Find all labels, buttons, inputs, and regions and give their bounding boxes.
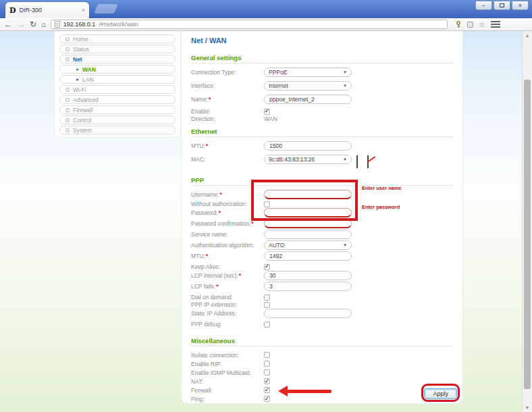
ping-annotation-arrow bbox=[278, 386, 332, 396]
enable-igmp-checkbox[interactable] bbox=[264, 369, 270, 376]
ppp-mtu-input[interactable] bbox=[264, 251, 352, 261]
enter-username-hint: Enter user name bbox=[362, 185, 402, 191]
direction-label: Direction: bbox=[191, 115, 264, 122]
gear-icon bbox=[65, 118, 70, 122]
lcp-interval-input[interactable] bbox=[264, 271, 352, 280]
mtu-label: MTU:* bbox=[191, 143, 264, 149]
window-close-button[interactable]: × bbox=[512, 1, 529, 10]
keep-alive-label: Keep Alive: bbox=[191, 263, 264, 270]
chevron-right-icon: ▸ bbox=[76, 67, 79, 72]
credentials-annotation-rectangle bbox=[251, 180, 358, 221]
scrollbar-thumb[interactable] bbox=[524, 80, 531, 389]
lcp-interval-label: LCP interval (sec):* bbox=[191, 272, 264, 279]
restore-mac-icon[interactable] bbox=[367, 156, 375, 163]
gear-icon bbox=[65, 108, 70, 112]
static-ip-label: Static IP Address: bbox=[191, 310, 264, 317]
ethernet-mtu-input[interactable] bbox=[264, 141, 352, 151]
browser-titlebar: D DIR-300 × − × bbox=[0, 0, 532, 18]
extension-icon[interactable] bbox=[467, 22, 473, 28]
lcp-fails-label: LCP fails:* bbox=[191, 283, 264, 290]
static-ip-input[interactable] bbox=[264, 309, 352, 318]
enable-rip-label: Enable RIP: bbox=[191, 361, 264, 367]
window-restore-button[interactable] bbox=[494, 1, 510, 10]
enable-rip-checkbox[interactable] bbox=[264, 361, 270, 367]
apply-annotation-oval: Apply bbox=[421, 384, 460, 402]
address-bar[interactable]: 192.168.0.1/#network/wan bbox=[51, 20, 448, 29]
password-confirmation-label: Password confirmation:* bbox=[191, 220, 264, 227]
service-name-input[interactable] bbox=[264, 230, 352, 239]
name-label: Name:* bbox=[191, 96, 264, 103]
auth-algorithm-select[interactable]: AUTO▼ bbox=[264, 240, 352, 250]
url-path: /#network/wan bbox=[99, 21, 138, 28]
chevron-down-icon: ▼ bbox=[343, 84, 347, 88]
ppp-ip-extension-checkbox[interactable] bbox=[264, 302, 270, 308]
sidebar-item-home[interactable]: Home bbox=[59, 34, 176, 43]
isolate-connection-checkbox[interactable] bbox=[264, 352, 270, 358]
firewall-checkbox[interactable] bbox=[264, 387, 270, 393]
scroll-down-icon[interactable]: ▼ bbox=[523, 405, 532, 410]
scroll-up-icon[interactable]: ▲ bbox=[523, 33, 532, 38]
page-title: Net / WAN bbox=[191, 36, 462, 45]
new-tab-button[interactable] bbox=[94, 4, 118, 14]
sidebar-item-wan[interactable]: ▸WAN bbox=[59, 65, 176, 74]
bookmark-star-icon[interactable]: ☆ bbox=[479, 21, 485, 28]
ppp-debug-label: PPP debug: bbox=[191, 321, 264, 328]
sidebar: Home Status Net ▸WAN ▸LAN Wi-Fi Advanced… bbox=[54, 31, 181, 138]
sidebar-item-net[interactable]: Net bbox=[59, 55, 176, 63]
tab-title: DIR-300 bbox=[20, 7, 78, 14]
mac-select[interactable]: 9c:d6:43:83:13:26▼ bbox=[264, 155, 352, 164]
direction-value: WAN bbox=[264, 115, 277, 122]
divider bbox=[191, 63, 454, 63]
sidebar-item-control[interactable]: Control bbox=[59, 115, 176, 124]
clone-mac-icon[interactable] bbox=[356, 156, 364, 163]
home-icon[interactable]: ⌂ bbox=[41, 21, 46, 28]
auth-algorithm-label: Authentication algorithm: bbox=[191, 242, 264, 249]
name-input[interactable] bbox=[264, 95, 352, 104]
connection-type-label: Connection Type: bbox=[191, 69, 264, 76]
reload-icon[interactable]: ↻ bbox=[30, 20, 36, 28]
sidebar-item-lan[interactable]: ▸LAN bbox=[59, 75, 176, 84]
gear-icon bbox=[65, 47, 70, 51]
ping-checkbox[interactable] bbox=[264, 396, 270, 402]
ppp-mtu-label: MTU:* bbox=[191, 253, 264, 259]
back-icon[interactable]: ← bbox=[4, 20, 12, 28]
tab-close-icon[interactable]: × bbox=[82, 7, 85, 14]
browser-scrollbar[interactable]: ▲ ▼ bbox=[522, 31, 532, 412]
ppp-debug-checkbox[interactable] bbox=[264, 321, 270, 328]
interface-label: Interface: bbox=[191, 82, 264, 89]
connection-type-select[interactable]: PPPoE▼ bbox=[264, 68, 352, 77]
keep-alive-checkbox[interactable] bbox=[264, 264, 270, 270]
dial-on-demand-checkbox[interactable] bbox=[264, 294, 270, 301]
enter-password-hint: Enter password bbox=[362, 204, 400, 210]
browser-menu-icon[interactable] bbox=[491, 21, 500, 28]
window-minimize-button[interactable]: − bbox=[475, 1, 492, 10]
chevron-down-icon: ▼ bbox=[343, 243, 347, 247]
dial-on-demand-label: Dial on demand: bbox=[191, 294, 264, 301]
apply-button[interactable]: Apply bbox=[424, 388, 457, 399]
gear-icon bbox=[65, 98, 70, 102]
sidebar-item-firewall[interactable]: Firewall bbox=[59, 105, 176, 114]
sidebar-item-status[interactable]: Status bbox=[59, 45, 176, 53]
lcp-fails-input[interactable] bbox=[264, 282, 352, 291]
sidebar-item-advanced[interactable]: Advanced bbox=[59, 95, 176, 104]
browser-tab[interactable]: D DIR-300 × bbox=[5, 2, 89, 18]
forward-icon: → bbox=[17, 20, 25, 28]
restore-icon bbox=[500, 3, 504, 7]
divider bbox=[191, 346, 454, 346]
nat-label: NAT: bbox=[191, 378, 264, 385]
chevron-down-icon: ▼ bbox=[343, 70, 347, 74]
browser-toolbar: ← → ↻ ⌂ 192.168.0.1/#network/wan ☆ bbox=[0, 18, 532, 31]
section-heading: Ethernet bbox=[191, 128, 462, 135]
chevron-right-icon: ▸ bbox=[76, 77, 79, 82]
chevron-down-icon: ▼ bbox=[343, 157, 347, 161]
interface-select[interactable]: Internet▼ bbox=[264, 81, 352, 91]
isolate-connection-label: Isolate connection: bbox=[191, 352, 264, 359]
sidebar-item-wifi[interactable]: Wi-Fi bbox=[59, 85, 176, 94]
key-icon[interactable] bbox=[455, 21, 462, 28]
nat-checkbox[interactable] bbox=[264, 378, 270, 384]
router-page: Home Status Net ▸WAN ▸LAN Wi-Fi Advanced… bbox=[0, 31, 532, 412]
enable-checkbox[interactable] bbox=[264, 109, 270, 115]
url-host: 192.168.0.1 bbox=[63, 21, 96, 28]
service-name-label: Service name: bbox=[191, 231, 264, 238]
sidebar-item-system[interactable]: System bbox=[59, 126, 176, 134]
